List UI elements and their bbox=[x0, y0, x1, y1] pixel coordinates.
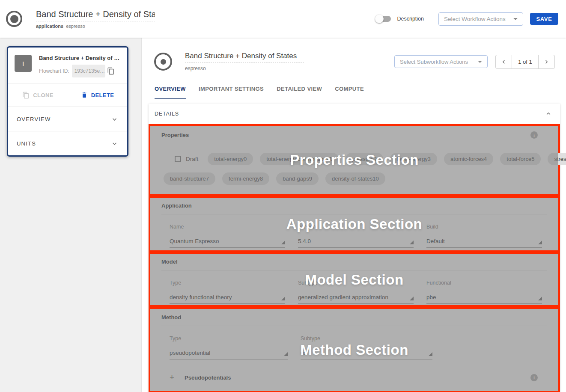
chevron-down-icon bbox=[110, 140, 119, 148]
property-chip[interactable]: band-gaps9 bbox=[276, 172, 319, 185]
info-icon[interactable]: i bbox=[530, 131, 538, 139]
properties-chips-row-2: band-structure7 fermi-energy8 band-gaps9… bbox=[150, 172, 558, 185]
copy-flowchart-id-button[interactable] bbox=[105, 67, 115, 75]
chevron-right-icon bbox=[543, 59, 550, 65]
workflow-title-input[interactable]: Band Structure + Density of States bbox=[36, 9, 155, 21]
tab-detailed-view[interactable]: DETAILED VIEW bbox=[277, 82, 322, 99]
description-toggle[interactable] bbox=[376, 16, 391, 22]
method-type-select[interactable]: Type pseudopotential bbox=[170, 336, 288, 359]
workflow-actions-label: Select Workflow Actions bbox=[444, 16, 506, 22]
dropdown-corner-icon bbox=[410, 297, 414, 300]
property-chip[interactable]: band-structure7 bbox=[164, 172, 215, 185]
unit-avatar: I bbox=[15, 55, 32, 72]
dropdown-corner-icon bbox=[429, 352, 432, 356]
trash-icon bbox=[81, 92, 88, 98]
subworkflow-subtitle: espresso bbox=[185, 65, 304, 71]
breadcrumb: applicationsespresso bbox=[36, 24, 155, 29]
tab-overview[interactable]: OVERVIEW bbox=[155, 82, 186, 99]
tab-bar: OVERVIEW IMPORTANT SETTINGS DETAILED VIE… bbox=[142, 82, 560, 99]
details-title: DETAILS bbox=[155, 111, 179, 117]
pager-label: 1 of 1 bbox=[512, 55, 539, 69]
save-button[interactable]: SAVE bbox=[530, 13, 558, 25]
application-heading: Application bbox=[161, 202, 192, 209]
unit-card-header: I Band Structure + Density of … Flowchar… bbox=[8, 48, 127, 83]
model-type-select[interactable]: Type density functional theory bbox=[170, 280, 285, 304]
dropdown-corner-icon bbox=[538, 241, 542, 244]
subworkflow-header: Band Structure + Density of States espre… bbox=[142, 52, 566, 71]
dropdown-corner-icon bbox=[538, 297, 542, 300]
sidebar-section-overview[interactable]: OVERVIEW bbox=[8, 107, 127, 131]
subworkflow-title-input[interactable]: Band Structure + Density of States bbox=[185, 52, 304, 63]
property-chip[interactable]: total-energy0 bbox=[208, 153, 253, 165]
unit-card-actions: CLONE DELETE bbox=[8, 83, 127, 107]
main-content: Band Structure + Density of States espre… bbox=[142, 38, 566, 392]
property-chip[interactable]: density-of-states10 bbox=[325, 172, 385, 185]
application-build-select[interactable]: Build Default bbox=[426, 224, 542, 248]
subworkflow-icon bbox=[154, 53, 172, 71]
draft-label: Draft bbox=[186, 156, 198, 162]
method-section: Method Type pseudopotential Subtype us +… bbox=[149, 307, 560, 392]
subworkflow-pager: 1 of 1 bbox=[495, 55, 555, 69]
pseudopotentials-row: + Pseudopotentials i bbox=[150, 373, 558, 382]
left-panel: I Band Structure + Density of … Flowchar… bbox=[0, 38, 142, 392]
delete-button[interactable]: DELETE bbox=[68, 92, 127, 98]
breadcrumb-section: applications bbox=[36, 24, 63, 29]
info-icon[interactable]: i bbox=[530, 374, 538, 381]
flowchart-id-label: Flowchart ID: bbox=[39, 68, 69, 74]
sidebar-section-units[interactable]: UNITS bbox=[8, 131, 127, 155]
app-header: Band Structure + Density of States appli… bbox=[0, 0, 566, 38]
dropdown-corner-icon bbox=[281, 297, 285, 300]
pager-next-button[interactable] bbox=[538, 55, 555, 69]
description-toggle-label: Description bbox=[397, 16, 424, 22]
workflow-title-block: Band Structure + Density of States appli… bbox=[36, 9, 155, 29]
model-heading: Model bbox=[161, 258, 178, 265]
dropdown-corner-icon bbox=[284, 352, 288, 356]
clone-button[interactable]: CLONE bbox=[8, 92, 68, 99]
property-chip[interactable]: total-force5 bbox=[500, 153, 541, 165]
draft-checkbox[interactable] bbox=[175, 156, 181, 162]
method-subtype-select[interactable]: Subtype us bbox=[301, 336, 432, 359]
tab-compute[interactable]: COMPUTE bbox=[335, 82, 364, 99]
model-functional-select[interactable]: Functional pbe bbox=[426, 280, 542, 304]
dropdown-corner-icon bbox=[281, 241, 285, 244]
workflow-actions-select[interactable]: Select Workflow Actions bbox=[438, 12, 523, 26]
property-chip[interactable]: total-energy-contributions1 bbox=[260, 153, 339, 165]
application-version-select[interactable]: Version 5.4.0 bbox=[298, 224, 414, 248]
copy-icon bbox=[107, 67, 115, 75]
method-heading: Method bbox=[161, 314, 181, 321]
property-chip[interactable]: fermi-energy3 bbox=[390, 153, 437, 165]
caret-down-icon bbox=[513, 18, 518, 20]
model-section: Model Type density functional theory Sub… bbox=[149, 252, 560, 307]
pager-prev-button[interactable] bbox=[495, 55, 512, 69]
tab-important-settings[interactable]: IMPORTANT SETTINGS bbox=[199, 82, 264, 99]
details-header[interactable]: DETAILS bbox=[149, 104, 560, 124]
chevron-up-icon bbox=[545, 110, 552, 118]
subworkflow-actions-label: Select Subworkflow Actions bbox=[400, 59, 468, 65]
chevron-down-icon bbox=[110, 115, 119, 123]
application-name-select[interactable]: Name Quantum Espresso bbox=[170, 224, 285, 248]
header-controls: Description Select Workflow Actions SAVE bbox=[376, 12, 566, 26]
chevron-left-icon bbox=[500, 59, 507, 65]
property-chip[interactable]: fermi-energy8 bbox=[222, 172, 269, 185]
properties-chips-row-1: Draft total-energy0 total-energy-contrib… bbox=[150, 153, 558, 165]
toggle-knob bbox=[375, 15, 384, 23]
subworkflow-actions-select[interactable]: Select Subworkflow Actions bbox=[394, 55, 488, 68]
clone-icon bbox=[22, 92, 30, 99]
details-panel: DETAILS Properties i Draft total-ene bbox=[149, 104, 560, 392]
dropdown-corner-icon bbox=[410, 241, 414, 244]
unit-title: Band Structure + Density of … bbox=[39, 55, 122, 61]
breadcrumb-app: espresso bbox=[66, 24, 85, 29]
properties-heading: Properties bbox=[161, 132, 189, 138]
caret-down-icon bbox=[478, 61, 482, 63]
property-chip[interactable]: stress-tensor6 bbox=[548, 153, 566, 165]
page: Band Structure + Density of States appli… bbox=[0, 0, 566, 392]
application-section: Application Name Quantum Espresso Versio… bbox=[149, 196, 560, 252]
model-subtype-select[interactable]: Subtype generalized gradient approximati… bbox=[298, 280, 414, 304]
property-chip[interactable]: pressure2 bbox=[346, 153, 383, 165]
property-chip[interactable]: atomic-forces4 bbox=[444, 153, 493, 165]
draft-checkbox-wrap[interactable]: Draft bbox=[175, 156, 198, 162]
selected-unit-card: I Band Structure + Density of … Flowchar… bbox=[7, 46, 128, 157]
flowchart-id-input[interactable]: 193c7135e… bbox=[72, 65, 105, 77]
properties-section: Properties i Draft total-energy0 total-e… bbox=[149, 124, 560, 196]
add-icon[interactable]: + bbox=[170, 373, 174, 382]
